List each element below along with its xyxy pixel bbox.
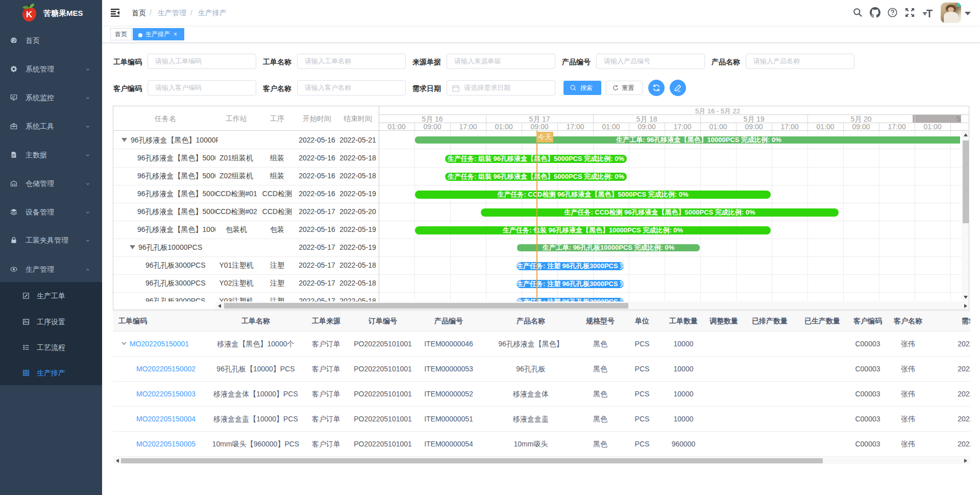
svg-text:K: K: [26, 10, 33, 19]
